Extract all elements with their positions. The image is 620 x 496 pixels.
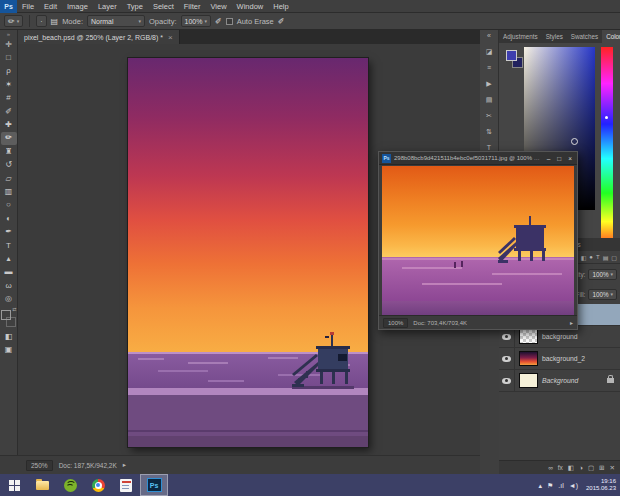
healing-brush-tool[interactable]: ✚ bbox=[1, 118, 17, 131]
airbrush-icon[interactable]: ✐ bbox=[278, 17, 285, 26]
filter-icon[interactable]: ● bbox=[589, 254, 593, 261]
reference-photo[interactable] bbox=[382, 166, 574, 316]
show-hidden-icons[interactable]: ▴ bbox=[538, 482, 542, 489]
layer-fill-field[interactable]: 100% ▾ bbox=[588, 289, 617, 300]
visibility-toggle[interactable] bbox=[499, 370, 515, 392]
dodge-tool[interactable]: ◐ bbox=[1, 212, 17, 225]
eyedropper-tool[interactable]: ✐ bbox=[1, 105, 17, 118]
filter-icon[interactable]: ▤ bbox=[603, 254, 609, 261]
menu-filter[interactable]: Filter bbox=[179, 0, 206, 13]
hand-tool[interactable]: ω bbox=[1, 279, 17, 292]
foreground-color-swatch[interactable] bbox=[1, 310, 11, 320]
pencil-tool[interactable]: ✏ bbox=[1, 132, 17, 145]
menu-edit[interactable]: Edit bbox=[39, 0, 62, 13]
clone-stamp-tool[interactable]: ♜ bbox=[1, 145, 17, 158]
crop-tool[interactable]: # bbox=[1, 92, 17, 105]
layer-thumbnail[interactable] bbox=[519, 329, 538, 344]
floating-document-window[interactable]: Ps 298b08bcb9d421511b4ebc0ef5031711.jpg … bbox=[378, 151, 578, 330]
menu-file[interactable]: File bbox=[17, 0, 39, 13]
zoom-tool[interactable]: ◎ bbox=[1, 292, 17, 305]
menu-select[interactable]: Select bbox=[148, 0, 179, 13]
canvas-artwork[interactable] bbox=[128, 58, 368, 447]
zoom-level-field[interactable]: 250% bbox=[26, 460, 53, 471]
pressure-opacity-icon[interactable]: ✐ bbox=[215, 17, 222, 26]
layer-style-icon[interactable]: fx bbox=[558, 464, 563, 471]
pen-tool[interactable]: ✒ bbox=[1, 225, 17, 238]
spotify-button[interactable] bbox=[56, 474, 84, 496]
quick-selection-tool[interactable]: ✶ bbox=[1, 78, 17, 91]
close-tab-icon[interactable]: × bbox=[168, 33, 173, 42]
layer-row-background-locked[interactable]: Background bbox=[499, 370, 620, 392]
collapsed-panel-icon[interactable]: ⇅ bbox=[486, 128, 492, 135]
tab-swatches[interactable]: Swatches bbox=[567, 30, 602, 43]
delete-layer-icon[interactable]: ✕ bbox=[610, 464, 615, 472]
expand-panels-icon[interactable]: « bbox=[487, 32, 491, 39]
quick-mask-button[interactable]: ◧ bbox=[1, 330, 17, 343]
swap-colors-icon[interactable]: ⇄ bbox=[12, 306, 16, 312]
status-arrow-icon[interactable]: ▸ bbox=[570, 319, 573, 326]
type-tool[interactable]: T bbox=[1, 239, 17, 252]
adjustment-layer-icon[interactable]: ◑ bbox=[579, 464, 583, 471]
opacity-dropdown[interactable]: 100% ▾ bbox=[181, 15, 211, 27]
menu-image[interactable]: Image bbox=[62, 0, 93, 13]
gradient-tool[interactable]: ▥ bbox=[1, 185, 17, 198]
close-icon[interactable]: × bbox=[566, 155, 574, 162]
mode-dropdown[interactable]: Normal ▾ bbox=[87, 15, 145, 27]
layer-thumbnail[interactable] bbox=[519, 351, 538, 366]
file-explorer-button[interactable] bbox=[28, 474, 56, 496]
floating-zoom-field[interactable]: 100% bbox=[383, 318, 408, 328]
new-group-icon[interactable]: ▢ bbox=[588, 464, 594, 472]
blur-tool[interactable]: ○ bbox=[1, 199, 17, 212]
floating-window-titlebar[interactable]: Ps 298b08bcb9d421511b4ebc0ef5031711.jpg … bbox=[379, 152, 577, 165]
tab-styles[interactable]: Styles bbox=[542, 30, 567, 43]
network-icon[interactable]: .ıl bbox=[558, 482, 563, 489]
tool-preset-picker[interactable]: ✏ ▾ bbox=[4, 15, 23, 27]
status-arrow-icon[interactable]: ▸ bbox=[123, 461, 126, 469]
start-button[interactable] bbox=[0, 474, 28, 496]
action-center-icon[interactable]: ⚑ bbox=[547, 482, 553, 489]
toolbar-collapse-icon[interactable]: » bbox=[7, 31, 10, 38]
tab-adjustments[interactable]: Adjustments bbox=[499, 30, 542, 43]
filter-icon[interactable]: ◧ bbox=[581, 254, 587, 261]
layer-row-background2[interactable]: background_2 bbox=[499, 348, 620, 370]
new-layer-icon[interactable]: ⊞ bbox=[599, 464, 604, 472]
move-tool[interactable]: ✛ bbox=[1, 38, 17, 51]
visibility-toggle[interactable] bbox=[499, 348, 515, 370]
collapsed-panel-icon[interactable]: ✂ bbox=[486, 112, 492, 119]
collapsed-panel-icon[interactable]: ◪ bbox=[486, 48, 493, 55]
toggle-brush-panel-icon[interactable]: ▤ bbox=[51, 17, 59, 26]
layer-name[interactable]: Background bbox=[542, 377, 578, 384]
chrome-button[interactable] bbox=[84, 474, 112, 496]
calendar-app-button[interactable] bbox=[112, 474, 140, 496]
path-selection-tool[interactable]: ▴ bbox=[1, 252, 17, 265]
collapsed-panel-icon[interactable]: ▤ bbox=[486, 96, 493, 103]
document-tab[interactable]: pixel_beach.psd @ 250% (Layer 2, RGB/8) … bbox=[18, 30, 180, 44]
collapsed-panel-icon[interactable]: ▶ bbox=[486, 80, 491, 87]
collapsed-panel-icon[interactable]: ≡ bbox=[487, 64, 491, 71]
brush-preview[interactable]: · bbox=[36, 15, 46, 27]
menu-help[interactable]: Help bbox=[268, 0, 293, 13]
marquee-tool[interactable]: □ bbox=[1, 51, 17, 64]
maximize-icon[interactable]: □ bbox=[555, 155, 563, 162]
filter-icon[interactable]: ▢ bbox=[611, 254, 617, 261]
filter-icon[interactable]: T bbox=[596, 254, 600, 261]
color-picker-marker[interactable] bbox=[571, 138, 578, 145]
menu-window[interactable]: Window bbox=[232, 0, 269, 13]
volume-icon[interactable]: ◄) bbox=[569, 482, 578, 489]
auto-erase-checkbox[interactable] bbox=[226, 18, 233, 25]
link-layers-icon[interactable]: ∞ bbox=[548, 464, 553, 471]
panel-foreground-swatch[interactable] bbox=[506, 50, 517, 61]
eraser-tool[interactable]: ▱ bbox=[1, 172, 17, 185]
tab-color[interactable]: Color bbox=[602, 30, 620, 43]
layer-name[interactable]: background_2 bbox=[542, 355, 585, 362]
photoshop-taskbar-button[interactable]: Ps bbox=[140, 474, 168, 496]
history-brush-tool[interactable]: ↺ bbox=[1, 159, 17, 172]
layer-thumbnail[interactable] bbox=[519, 373, 538, 388]
shape-tool[interactable]: ▬ bbox=[1, 266, 17, 279]
hue-slider[interactable] bbox=[601, 47, 613, 250]
screen-mode-button[interactable]: ▣ bbox=[1, 343, 17, 356]
layer-name[interactable]: background bbox=[542, 333, 578, 340]
layer-opacity-field[interactable]: 100% ▾ bbox=[588, 269, 617, 280]
lasso-tool[interactable]: ρ bbox=[1, 65, 17, 78]
collapsed-panel-icon[interactable]: T bbox=[487, 144, 491, 151]
